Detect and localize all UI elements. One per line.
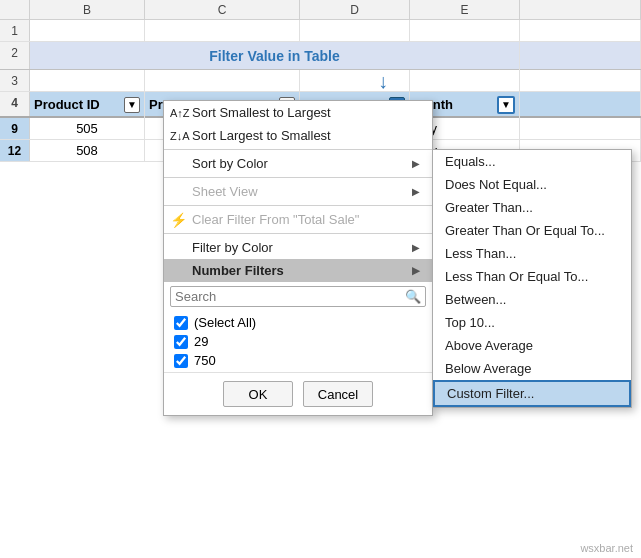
col-header-B: B bbox=[30, 0, 145, 19]
row-num-col-header bbox=[0, 0, 30, 19]
sort-asc-label: Sort Smallest to Largest bbox=[192, 105, 331, 120]
col-header-E: E bbox=[410, 0, 520, 19]
separator-4 bbox=[164, 233, 432, 234]
checkbox-750-input[interactable] bbox=[174, 354, 188, 368]
row-num-2: 2 bbox=[0, 42, 30, 69]
menu-sort-asc[interactable]: A↑Z Sort Smallest to Largest bbox=[164, 101, 432, 124]
submenu-below-avg[interactable]: Below Average bbox=[433, 357, 631, 380]
checkbox-750-label: 750 bbox=[194, 353, 216, 368]
cell-rest2 bbox=[520, 42, 641, 69]
row-num-3: 3 bbox=[0, 70, 30, 91]
menu-sort-desc[interactable]: Z↓A Sort Largest to Smallest bbox=[164, 124, 432, 147]
not-equal-label: Does Not Equal... bbox=[445, 177, 547, 192]
equals-label: Equals... bbox=[445, 154, 496, 169]
sort-desc-label: Sort Largest to Smallest bbox=[192, 128, 331, 143]
custom-filter-label: Custom Filter... bbox=[447, 386, 534, 401]
cancel-button[interactable]: Cancel bbox=[303, 381, 373, 407]
submenu-not-equal[interactable]: Does Not Equal... bbox=[433, 173, 631, 196]
checkbox-29-input[interactable] bbox=[174, 335, 188, 349]
filter-color-label: Filter by Color bbox=[192, 240, 273, 255]
checkbox-list: (Select All) 29 750 bbox=[164, 311, 432, 372]
search-area[interactable]: 🔍 bbox=[170, 286, 426, 307]
number-filters-arrow-icon: ▶ bbox=[412, 265, 420, 276]
cell-d1 bbox=[300, 20, 410, 41]
checkbox-29[interactable]: 29 bbox=[174, 332, 422, 351]
title-cell: Filter Value in Table bbox=[30, 42, 520, 70]
context-menu: A↑Z Sort Smallest to Largest Z↓A Sort La… bbox=[163, 100, 433, 416]
number-filters-label: Number Filters bbox=[192, 263, 284, 278]
col-header-D: D bbox=[300, 0, 410, 19]
search-input[interactable] bbox=[175, 289, 405, 304]
watermark: wsxbar.net bbox=[580, 542, 633, 554]
grid-row-3: 3 bbox=[0, 70, 641, 92]
col-header-rest bbox=[520, 0, 641, 19]
menu-sort-color[interactable]: Sort by Color ▶ bbox=[164, 152, 432, 175]
cell-e3 bbox=[410, 70, 520, 91]
sheet-view-arrow-icon: ▶ bbox=[412, 186, 420, 197]
menu-clear-filter: ⚡ Clear Filter From "Total Sale" bbox=[164, 208, 432, 231]
clear-filter-icon: ⚡ bbox=[170, 212, 187, 228]
cell-d3 bbox=[300, 70, 410, 91]
month-filter-btn[interactable]: ▼ bbox=[497, 96, 515, 114]
title-row: 2 Filter Value in Table bbox=[0, 42, 641, 70]
less-than-label: Less Than... bbox=[445, 246, 516, 261]
top10-label: Top 10... bbox=[445, 315, 495, 330]
checkbox-750[interactable]: 750 bbox=[174, 351, 422, 370]
sort-desc-icon: Z↓A bbox=[170, 130, 190, 142]
filter-color-arrow-icon: ▶ bbox=[412, 242, 420, 253]
between-label: Between... bbox=[445, 292, 506, 307]
cell-e1 bbox=[410, 20, 520, 41]
greater-than-label: Greater Than... bbox=[445, 200, 533, 215]
checkbox-select-all[interactable]: (Select All) bbox=[174, 313, 422, 332]
submenu-between[interactable]: Between... bbox=[433, 288, 631, 311]
submenu-custom-filter[interactable]: Custom Filter... bbox=[433, 380, 631, 407]
submenu-less-equal[interactable]: Less Than Or Equal To... bbox=[433, 265, 631, 288]
checkbox-29-label: 29 bbox=[194, 334, 208, 349]
menu-number-filters[interactable]: Number Filters ▶ bbox=[164, 259, 432, 282]
checkbox-select-all-input[interactable] bbox=[174, 316, 188, 330]
checkbox-select-all-label: (Select All) bbox=[194, 315, 256, 330]
menu-sheet-view: Sheet View ▶ bbox=[164, 180, 432, 203]
blue-arrow-icon: ↓ bbox=[378, 70, 388, 93]
submenu-greater-than[interactable]: Greater Than... bbox=[433, 196, 631, 219]
product-id-label: Product ID bbox=[34, 94, 100, 116]
cell-product-id-header: Product ID ▼ bbox=[30, 92, 145, 118]
menu-filter-color[interactable]: Filter by Color ▶ bbox=[164, 236, 432, 259]
grid-row-1: 1 bbox=[0, 20, 641, 42]
submenu-less-than[interactable]: Less Than... bbox=[433, 242, 631, 265]
col-header-C: C bbox=[145, 0, 300, 19]
ok-button[interactable]: OK bbox=[223, 381, 293, 407]
product-id-filter-btn[interactable]: ▼ bbox=[124, 97, 140, 113]
clear-filter-label: Clear Filter From "Total Sale" bbox=[192, 212, 359, 227]
number-filters-submenu: Equals... Does Not Equal... Greater Than… bbox=[432, 149, 632, 408]
cell-c3 bbox=[145, 70, 300, 91]
submenu-equals[interactable]: Equals... bbox=[433, 150, 631, 173]
above-avg-label: Above Average bbox=[445, 338, 533, 353]
cell-b3 bbox=[30, 70, 145, 91]
submenu-top10[interactable]: Top 10... bbox=[433, 311, 631, 334]
sort-color-label: Sort by Color bbox=[192, 156, 268, 171]
cell-b9: 505 bbox=[30, 118, 145, 139]
menu-footer: OK Cancel bbox=[164, 372, 432, 415]
row-num-4: 4 bbox=[0, 92, 30, 116]
sort-asc-icon: A↑Z bbox=[170, 107, 190, 119]
separator-1 bbox=[164, 149, 432, 150]
submenu-greater-equal[interactable]: Greater Than Or Equal To... bbox=[433, 219, 631, 242]
cell-b1 bbox=[30, 20, 145, 41]
row-num-12: 12 bbox=[0, 140, 30, 161]
cell-b12: 508 bbox=[30, 140, 145, 161]
greater-equal-label: Greater Than Or Equal To... bbox=[445, 223, 605, 238]
spreadsheet: B C D E 1 2 Filter Value in Table 3 4 Pr… bbox=[0, 0, 641, 558]
cell-rest4 bbox=[520, 92, 641, 116]
cell-c1 bbox=[145, 20, 300, 41]
sheet-view-label: Sheet View bbox=[192, 184, 258, 199]
submenu-above-avg[interactable]: Above Average bbox=[433, 334, 631, 357]
separator-3 bbox=[164, 205, 432, 206]
sort-color-arrow-icon: ▶ bbox=[412, 158, 420, 169]
row-num-1: 1 bbox=[0, 20, 30, 41]
below-avg-label: Below Average bbox=[445, 361, 532, 376]
cell-rest3 bbox=[520, 70, 641, 91]
less-equal-label: Less Than Or Equal To... bbox=[445, 269, 588, 284]
row-num-9: 9 bbox=[0, 118, 30, 139]
separator-2 bbox=[164, 177, 432, 178]
